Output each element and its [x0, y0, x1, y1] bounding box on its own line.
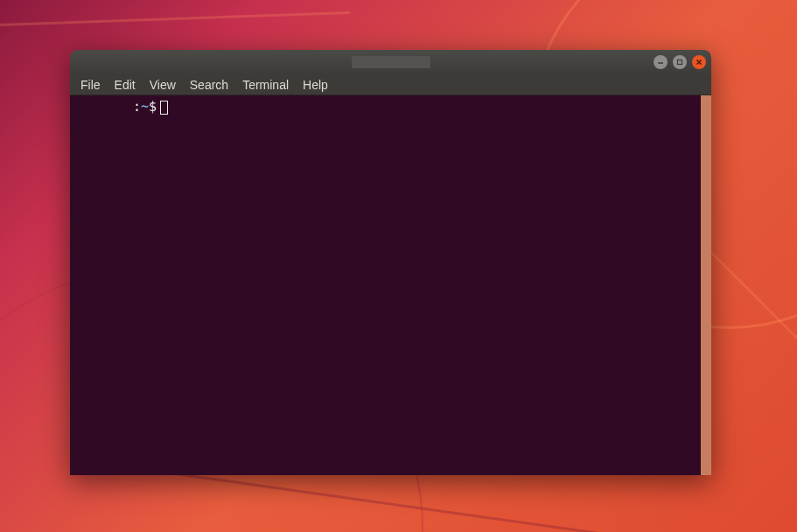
terminal-window: File Edit View Search Terminal Help :~$	[70, 50, 711, 475]
terminal-scrollbar[interactable]	[701, 95, 711, 475]
close-icon	[696, 59, 703, 66]
minimize-icon	[657, 59, 664, 66]
minimize-button[interactable]	[654, 55, 668, 69]
terminal-content[interactable]: :~$	[70, 95, 701, 475]
menu-file[interactable]: File	[73, 76, 108, 94]
close-button[interactable]	[692, 55, 706, 69]
wallpaper-line	[0, 11, 350, 26]
maximize-icon	[676, 59, 683, 66]
menu-view[interactable]: View	[143, 76, 183, 94]
menu-help[interactable]: Help	[296, 76, 335, 94]
menu-edit[interactable]: Edit	[108, 76, 143, 94]
prompt-dollar: $	[149, 99, 157, 115]
menu-search[interactable]: Search	[183, 76, 235, 94]
terminal-body: :~$	[70, 95, 711, 475]
menubar: File Edit View Search Terminal Help	[70, 74, 711, 95]
window-titlebar[interactable]	[70, 50, 711, 74]
menu-terminal[interactable]: Terminal	[235, 76, 296, 94]
window-title	[352, 56, 430, 68]
terminal-cursor	[160, 101, 168, 115]
wallpaper-line	[177, 472, 611, 532]
window-controls	[654, 55, 706, 69]
maximize-button[interactable]	[673, 55, 687, 69]
prompt-path: ~	[141, 99, 149, 115]
prompt-separator: :	[133, 99, 141, 115]
svg-rect-1	[678, 60, 682, 65]
